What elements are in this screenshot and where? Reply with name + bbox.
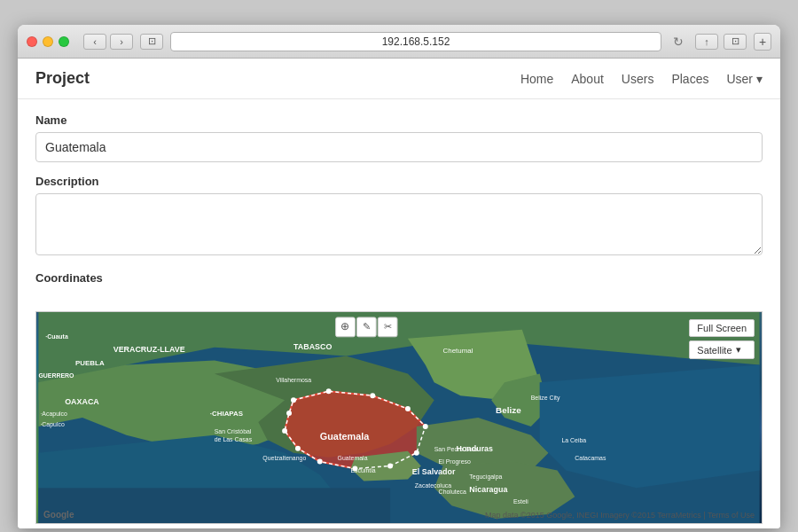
map-controls: Full Screen Satellite ▾ (689, 319, 755, 359)
svg-point-35 (405, 406, 411, 411)
satellite-button[interactable]: Satellite ▾ (689, 340, 755, 359)
svg-text:San Pedro Sula: San Pedro Sula (434, 446, 478, 452)
svg-text:El Salvador: El Salvador (412, 467, 456, 476)
minimize-button[interactable] (43, 36, 53, 47)
svg-rect-1 (38, 488, 390, 523)
svg-point-32 (291, 397, 296, 403)
window-mode-button[interactable]: ⊡ (140, 34, 163, 50)
svg-text:·CHIAPAS: ·CHIAPAS (210, 410, 243, 418)
browser-window: ‹ › ⊡ 192.168.5.152 ↻ ↑ ⊡ + Project Home… (18, 25, 780, 528)
svg-point-42 (282, 428, 287, 434)
svg-text:Belize City: Belize City (531, 395, 560, 402)
maximize-button[interactable] (59, 36, 69, 47)
description-field-group: Description (35, 175, 763, 259)
nav-link-about[interactable]: About (571, 72, 604, 86)
reload-button[interactable]: ↻ (669, 32, 688, 51)
name-field-group: Name (35, 113, 763, 162)
back-button[interactable]: ‹ (83, 34, 106, 50)
svg-point-38 (387, 464, 393, 469)
svg-text:Zacatecoluca: Zacatecoluca (415, 482, 451, 489)
coordinates-field-group: Coordinates (35, 271, 763, 285)
svg-text:·Capulco: ·Capulco (40, 421, 65, 428)
nav-link-places[interactable]: Places (671, 72, 708, 86)
svg-text:TABASCO: TABASCO (293, 342, 332, 351)
coordinates-label: Coordinates (35, 271, 763, 285)
chevron-down-icon: ▾ (756, 72, 763, 86)
satellite-label: Satellite (697, 345, 732, 356)
svg-text:✂: ✂ (384, 321, 392, 332)
svg-text:Nicaragua: Nicaragua (469, 485, 508, 494)
nav-link-home[interactable]: Home (520, 72, 553, 86)
svg-text:Chetumal: Chetumal (443, 347, 473, 355)
svg-text:VERACRUZ-LLAVE: VERACRUZ-LLAVE (113, 345, 185, 354)
name-input[interactable] (35, 132, 763, 162)
svg-text:PUEBLA: PUEBLA (75, 359, 105, 367)
address-bar[interactable]: 192.168.5.152 (170, 32, 661, 51)
svg-text:Guatemala: Guatemala (320, 431, 371, 442)
user-dropdown-label: User (726, 72, 753, 86)
name-label: Name (35, 113, 763, 127)
google-logo: Google (43, 510, 74, 520)
svg-point-43 (286, 411, 292, 416)
svg-text:Choluteca: Choluteca (439, 489, 466, 495)
map-container[interactable]: VERACRUZ-LLAVE TABASCO PUEBLA OAXACA ·CH… (35, 311, 763, 524)
form-area: Name Description Coordinates (18, 99, 780, 311)
description-textarea[interactable] (35, 193, 763, 255)
map-background: VERACRUZ-LLAVE TABASCO PUEBLA OAXACA ·CH… (36, 312, 762, 523)
svg-text:de Las Casas: de Las Casas (215, 436, 253, 442)
svg-text:El Progreso: El Progreso (439, 458, 471, 466)
svg-point-37 (414, 450, 419, 456)
fullscreen-button[interactable]: Full Screen (689, 319, 755, 337)
new-tab-button[interactable]: + (754, 33, 771, 51)
svg-text:La Ceiba: La Ceiba (561, 437, 586, 443)
navbar: Project Home About Users Places User ▾ (18, 59, 780, 99)
navbar-nav: Home About Users Places User ▾ (520, 72, 763, 86)
forward-button[interactable]: › (110, 34, 133, 50)
svg-text:Catacamas: Catacamas (575, 455, 606, 461)
satellite-dropdown-icon: ▾ (736, 344, 741, 356)
svg-text:OAXACA: OAXACA (65, 397, 99, 406)
share-button[interactable]: ↑ (695, 34, 718, 50)
svg-text:Esteli: Esteli (513, 498, 528, 505)
svg-text:Villahermosa: Villahermosa (276, 377, 311, 383)
svg-point-33 (326, 388, 332, 394)
page-content: Project Home About Users Places User ▾ N… (18, 59, 780, 528)
address-text: 192.168.5.152 (382, 35, 450, 48)
svg-text:Guatemala: Guatemala (338, 455, 368, 461)
nav-link-users[interactable]: Users (622, 72, 654, 86)
browser-titlebar: ‹ › ⊡ 192.168.5.152 ↻ ↑ ⊡ + (18, 25, 780, 59)
description-label: Description (35, 175, 763, 188)
svg-point-40 (317, 459, 323, 465)
user-dropdown[interactable]: User ▾ (726, 72, 763, 86)
navbar-brand: Project (35, 69, 520, 88)
svg-point-36 (423, 424, 428, 429)
tab-button[interactable]: ⊡ (724, 34, 747, 50)
map-copyright: Map data ©2015 Google, INEGI Imagery ©20… (485, 511, 755, 520)
svg-text:Tegucigalpa: Tegucigalpa (469, 473, 502, 481)
svg-point-39 (352, 466, 357, 472)
traffic-lights (27, 36, 69, 47)
svg-point-41 (295, 446, 301, 451)
svg-text:GUERRERO: GUERRERO (38, 372, 74, 379)
svg-text:·Cuauta: ·Cuauta (45, 333, 68, 340)
svg-text:·Acapulco: ·Acapulco (40, 411, 67, 418)
svg-text:⊕: ⊕ (341, 320, 350, 332)
svg-text:Quetzaltenango: Quetzaltenango (262, 455, 306, 462)
close-button[interactable] (27, 36, 37, 47)
map-svg: VERACRUZ-LLAVE TABASCO PUEBLA OAXACA ·CH… (36, 312, 762, 523)
svg-text:✎: ✎ (363, 321, 371, 332)
svg-text:San Cristóbal: San Cristóbal (215, 428, 252, 434)
svg-point-34 (370, 393, 375, 398)
svg-text:Belize: Belize (496, 405, 521, 415)
